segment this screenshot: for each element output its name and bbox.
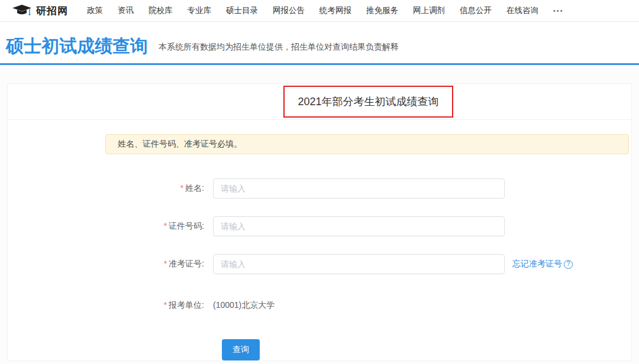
required-fields-alert: 姓名、证件号码、准考证号必填。 [105,134,629,154]
nav-item-policy[interactable]: 政策 [87,5,103,16]
site-logo[interactable]: 研招网 [12,4,68,18]
page-title: 硕士初试成绩查询 [6,37,148,55]
nav-item-news[interactable]: 资讯 [118,5,134,16]
query-button[interactable]: 查询 [222,339,260,360]
apply-unit-label: *报考单位: [105,300,213,311]
nav-more-ellipsis-icon[interactable]: ••• [553,7,564,14]
nav-item-master-catalog[interactable]: 硕士目录 [226,5,258,16]
nav-item-online-announcement[interactable]: 网报公告 [273,5,305,16]
nav-item-unified-exam[interactable]: 统考网报 [320,5,351,16]
id-number-label: *证件号码: [105,221,213,232]
red-annotation-box: 2021年部分考生初试成绩查询 [283,86,453,118]
name-input[interactable] [213,178,505,199]
graduation-cap-icon [12,4,32,17]
form-row-submit: 查询 [105,339,629,360]
panel-header: 2021年部分考生初试成绩查询 [8,84,631,120]
nav-item-exemption-service[interactable]: 推免服务 [366,5,398,16]
form-row-apply-unit: *报考单位: (10001)北京大学 [105,295,629,316]
site-logo-text: 研招网 [36,4,68,18]
form-row-admission-ticket: *准考证号: 忘记准考证号? [105,254,629,274]
forgot-ticket-link[interactable]: 忘记准考证号? [512,259,573,269]
page-subtitle: 本系统所有数据均为招生单位提供，招生单位对查询结果负责解释 [159,42,399,55]
form-row-id-number: *证件号码: [105,216,629,236]
nav-item-major-library[interactable]: 专业库 [188,5,212,16]
required-asterisk: * [164,259,167,268]
query-panel: 2021年部分考生初试成绩查询 姓名、证件号码、准考证号必填。 *姓名: *证件… [7,83,632,361]
required-asterisk: * [164,221,167,230]
question-mark-circle-icon[interactable]: ? [564,260,573,269]
nav-menu: 政策 资讯 院校库 专业库 硕士目录 网报公告 统考网报 推免服务 网上调剂 信… [87,5,564,16]
nav-item-college-library[interactable]: 院校库 [149,5,173,16]
panel-title: 2021年部分考生初试成绩查询 [298,96,438,108]
panel-body: 姓名、证件号码、准考证号必填。 *姓名: *证件号码: *准考证号: 忘记准考证… [8,120,631,360]
top-navbar: 研招网 政策 资讯 院校库 专业库 硕士目录 网报公告 统考网报 推免服务 网上… [0,0,639,22]
nav-item-info-disclosure[interactable]: 信息公开 [460,5,492,16]
admission-ticket-label: *准考证号: [105,259,213,269]
name-label: *姓名: [105,183,213,194]
required-asterisk: * [180,183,183,193]
required-asterisk: * [164,300,167,310]
apply-unit-value: (10001)北京大学 [213,300,275,311]
main-area: 2021年部分考生初试成绩查询 姓名、证件号码、准考证号必填。 *姓名: *证件… [0,65,639,364]
nav-item-online-consult[interactable]: 在线咨询 [506,5,538,16]
id-number-input[interactable] [213,216,505,236]
page-header: 硕士初试成绩查询 本系统所有数据均为招生单位提供，招生单位对查询结果负责解释 [0,22,639,65]
nav-item-online-adjustment[interactable]: 网上调剂 [413,5,445,16]
form-row-name: *姓名: [105,178,629,199]
admission-ticket-input[interactable] [213,254,505,274]
